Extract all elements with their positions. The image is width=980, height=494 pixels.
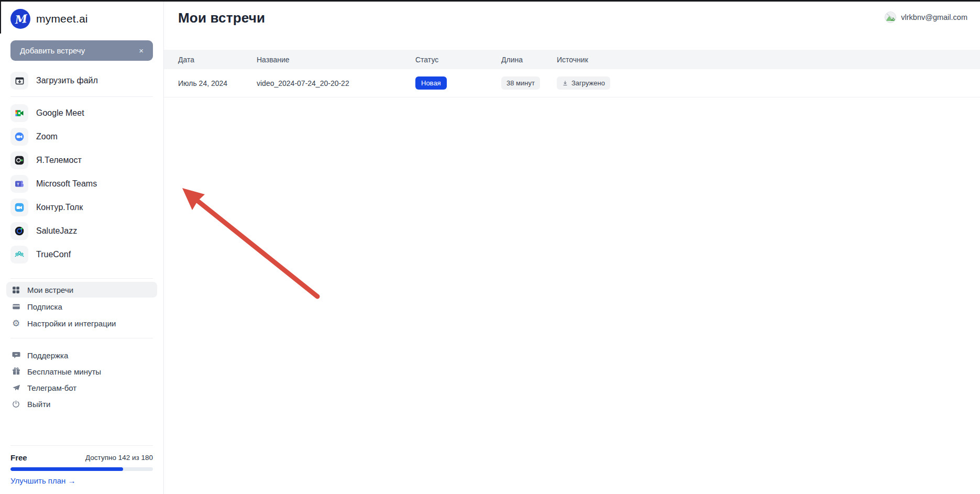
wallet-icon	[11, 302, 21, 312]
source-pill: Загружено	[557, 76, 610, 90]
primary-nav: Мои встречи Подписка ⚙ Настройки и интег…	[6, 282, 157, 331]
microsoft-teams-icon: T	[10, 175, 28, 193]
brand-logo[interactable]: M mymeet.ai	[10, 0, 153, 29]
source-label: Загружено	[571, 79, 605, 87]
sidebar-item-logout[interactable]: Выйти	[6, 396, 157, 412]
telegram-icon	[11, 383, 21, 393]
plan-quota: Доступно 142 из 180	[85, 454, 153, 462]
sidebar-item-settings-integrations[interactable]: ⚙ Настройки и интеграции	[6, 315, 157, 331]
upload-file-icon	[10, 72, 28, 90]
sidebar-item-free-minutes[interactable]: Бесплатные минуты	[6, 364, 157, 379]
sidebar-item-label: Бесплатные минуты	[27, 367, 101, 376]
chat-bubble-icon	[11, 350, 21, 360]
sidebar-item-label: Контур.Толк	[36, 203, 83, 212]
zoom-icon	[10, 128, 28, 146]
sidebar-item-label: Zoom	[36, 132, 58, 141]
divider	[10, 96, 153, 97]
upgrade-plan-link[interactable]: Улучшить план →	[10, 476, 76, 485]
column-header-date: Дата	[178, 56, 257, 64]
sidebar-item-label: Я.Телемост	[36, 156, 82, 165]
plan-name: Free	[10, 453, 27, 462]
grid-icon	[11, 285, 21, 295]
status-badge: Новая	[415, 76, 447, 90]
sidebar-item-yandex-telemost[interactable]: Я.Телемост	[10, 149, 153, 172]
sidebar-item-zoom[interactable]: Zoom	[10, 125, 153, 148]
sidebar-item-label: Google Meet	[36, 108, 84, 118]
add-meeting-button[interactable]: Добавить встречу ×	[10, 40, 153, 61]
close-icon[interactable]: ×	[137, 45, 146, 56]
download-icon	[562, 80, 568, 86]
sidebar-item-label: Подписка	[27, 302, 62, 311]
sidebar-item-label: SaluteJazz	[36, 226, 77, 236]
sidebar-item-subscription[interactable]: Подписка	[6, 299, 157, 314]
duration-pill: 38 минут	[501, 76, 540, 90]
column-header-duration: Длина	[501, 56, 557, 64]
sidebar-item-label: Настройки и интеграции	[27, 319, 116, 328]
brand-logo-icon: M	[10, 9, 30, 29]
window-left-edge	[0, 0, 1, 34]
meeting-date: Июль 24, 2024	[178, 79, 257, 87]
sidebar-item-label: Выйти	[27, 400, 50, 409]
sidebar-item-my-meetings[interactable]: Мои встречи	[6, 282, 157, 298]
sidebar-item-label: TrueConf	[36, 250, 71, 259]
sidebar-item-trueconf[interactable]: TrueConf	[10, 243, 153, 266]
meeting-sources-list: Google Meet Zoom Я.Телемост T Microsoft …	[10, 102, 153, 266]
plan-panel: Free Доступно 142 из 180 Улучшить план →	[10, 446, 153, 494]
sidebar-item-microsoft-teams[interactable]: T Microsoft Teams	[10, 172, 153, 195]
add-meeting-label: Добавить встречу	[20, 46, 85, 55]
main-content: Мои встречи vlrkbnv@gmail.com Дата Назва…	[164, 0, 980, 494]
sidebar-item-label: Поддержка	[27, 351, 68, 360]
sidebar-item-salutejazz[interactable]: SaluteJazz	[10, 219, 153, 243]
trueconf-icon	[10, 246, 28, 264]
sidebar-item-support[interactable]: Поддержка	[6, 347, 157, 363]
window-top-edge	[0, 0, 980, 2]
divider	[10, 278, 153, 279]
table-row[interactable]: Июль 24, 2024 video_2024-07-24_20-20-22 …	[164, 69, 980, 97]
column-header-source: Источник	[557, 56, 980, 64]
secondary-nav: Поддержка Бесплатные минуты Телеграм-бот…	[6, 347, 157, 412]
plan-progress-bar	[10, 467, 153, 471]
page-title: Мои встречи	[164, 0, 980, 26]
plan-progress-fill	[10, 467, 123, 471]
sidebar-item-kontur-talk[interactable]: Контур.Толк	[10, 196, 153, 219]
google-meet-icon	[10, 104, 28, 122]
yandex-telemost-icon	[10, 151, 28, 169]
svg-text:T: T	[17, 182, 19, 186]
power-icon	[11, 399, 21, 409]
sidebar-item-google-meet[interactable]: Google Meet	[10, 102, 153, 125]
sidebar-item-upload-file[interactable]: Загрузить файл	[10, 69, 153, 92]
account-menu[interactable]: vlrkbnv@gmail.com	[885, 12, 967, 23]
meeting-name: video_2024-07-24_20-20-22	[257, 79, 415, 87]
table-header: Дата Название Статус Длина Источник	[164, 50, 980, 69]
sidebar: M mymeet.ai Добавить встречу × Загрузить…	[0, 0, 164, 494]
divider	[10, 338, 153, 338]
salutejazz-icon	[10, 222, 28, 240]
sidebar-item-label: Загрузить файл	[36, 76, 98, 85]
sidebar-item-label: Microsoft Teams	[36, 179, 97, 189]
gear-icon: ⚙	[11, 319, 21, 328]
column-header-status: Статус	[415, 56, 501, 64]
sidebar-item-label: Мои встречи	[27, 286, 73, 294]
sidebar-item-label: Телеграм-бот	[27, 383, 76, 392]
gift-icon	[11, 367, 21, 377]
sidebar-item-telegram-bot[interactable]: Телеграм-бот	[6, 380, 157, 396]
column-header-name: Название	[257, 56, 415, 64]
brand-name: mymeet.ai	[36, 13, 88, 25]
account-email: vlrkbnv@gmail.com	[901, 13, 967, 21]
avatar	[885, 12, 896, 23]
kontur-talk-icon	[10, 199, 28, 216]
